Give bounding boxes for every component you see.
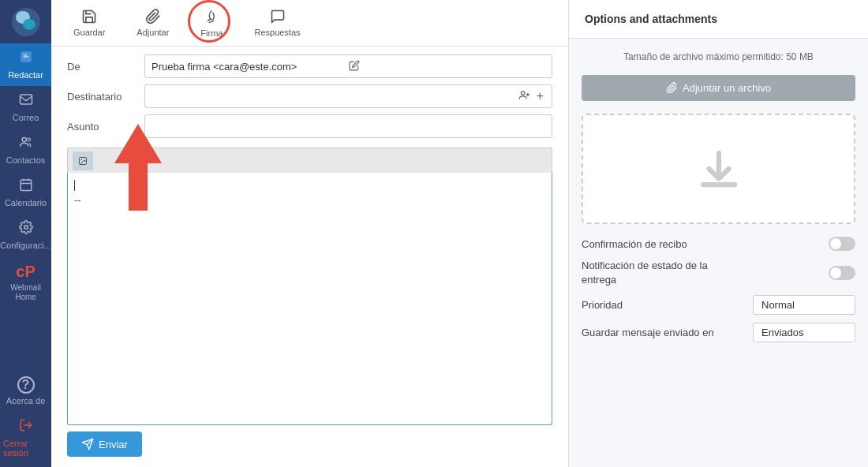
firma-button[interactable]: Firma (194, 5, 229, 41)
sidebar-item-label: WebmailHome (10, 283, 41, 302)
sidebar-item-logout[interactable]: Cerrar sesión (0, 412, 51, 464)
guardar-row: Guardar mensaje enviado en Enviados (582, 323, 855, 342)
sidebar-item-label: Contactos (6, 155, 46, 165)
right-panel: Options and attachments Tamaño de archiv… (568, 0, 868, 467)
svg-point-8 (24, 226, 28, 230)
confirmation-row: Confirmación de recibo (582, 237, 855, 251)
destinatario-field: + (144, 84, 552, 108)
svg-rect-4 (20, 95, 32, 104)
notification-toggle[interactable] (829, 266, 855, 280)
sidebar-item-label: Redactar (8, 70, 43, 80)
compose-form: De Prueba firma <cara@este.com> Destinat… (51, 47, 568, 467)
de-field: Prueba firma <cara@este.com> (144, 54, 552, 78)
guardar-label: Guardar mensaje enviado en (582, 327, 714, 338)
sidebar-item-redactar[interactable]: Redactar (0, 43, 51, 86)
de-row: De Prueba firma <cara@este.com> (67, 54, 552, 78)
de-value: Prueba firma <cara@este.com> (152, 61, 349, 73)
calendar-icon (19, 177, 33, 196)
send-button[interactable]: Enviar (67, 432, 142, 457)
contacts-icon (19, 135, 33, 153)
text-cursor (74, 180, 75, 191)
confirmation-toggle[interactable] (829, 237, 855, 251)
main-content: Guardar Adjuntar Firma (51, 0, 568, 467)
svg-point-5 (22, 137, 26, 141)
sidebar: Redactar Correo Contactos Calendario Con… (0, 0, 51, 467)
image-insert-button[interactable] (73, 151, 93, 170)
webmail-icon: cP (16, 263, 35, 281)
asunto-label: Asunto (67, 121, 138, 133)
adjuntar-label: Adjuntar (137, 28, 169, 37)
sidebar-item-contactos[interactable]: Contactos (0, 129, 51, 171)
svg-point-6 (27, 138, 30, 141)
svg-point-10 (521, 92, 524, 95)
respuestas-label: Respuestas (254, 28, 300, 37)
edit-icon (19, 50, 33, 68)
destinatario-row: Destinatario + (67, 84, 552, 108)
prioridad-row: Prioridad Normal (582, 295, 855, 315)
logout-icon (19, 418, 33, 436)
adjuntar-button[interactable]: Adjuntar (130, 6, 175, 40)
sidebar-item-label: Calendario (5, 198, 47, 207)
sidebar-logo (0, 0, 51, 43)
prioridad-value[interactable]: Normal (753, 295, 855, 315)
drop-zone[interactable] (582, 114, 855, 224)
sidebar-item-calendario[interactable]: Calendario (0, 171, 51, 214)
svg-point-2 (23, 19, 36, 30)
asunto-row: Asunto (67, 114, 552, 138)
paperclip-icon (145, 9, 161, 26)
options-section: Confirmación de recibo Notificación de e… (582, 237, 855, 342)
svg-rect-7 (21, 180, 32, 191)
plus-icon[interactable]: + (533, 88, 547, 105)
edit-from-icon[interactable] (349, 60, 546, 73)
signature-separator: -- (74, 194, 545, 206)
sidebar-item-webmail[interactable]: cP WebmailHome (0, 256, 51, 308)
right-panel-body: Tamaño de archivo máximo permitido: 50 M… (569, 39, 868, 467)
sidebar-item-label: Correo (13, 113, 39, 122)
sidebar-item-configuracion[interactable]: Configuraci... (0, 214, 51, 256)
sidebar-item-label: Configuraci... (0, 241, 51, 250)
file-size-text: Tamaño de archivo máximo permitido: 50 M… (582, 51, 855, 62)
save-icon (81, 9, 97, 26)
guardar-value[interactable]: Enviados (753, 323, 855, 342)
prioridad-label: Prioridad (582, 299, 623, 311)
email-body-editor[interactable]: -- (67, 173, 552, 425)
destinatario-label: Destinatario (67, 91, 138, 103)
chat-icon (270, 9, 286, 26)
sidebar-item-acerca[interactable]: ? Acerca de (0, 370, 51, 412)
guardar-button[interactable]: Guardar (67, 6, 111, 40)
logout-label: Cerrar sesión (3, 439, 48, 458)
info-icon: ? (17, 376, 35, 394)
add-contact-icon[interactable] (515, 88, 533, 105)
svg-point-14 (81, 159, 83, 160)
asunto-input[interactable] (144, 114, 552, 138)
toolbar: Guardar Adjuntar Firma (51, 0, 568, 47)
sidebar-item-correo[interactable]: Correo (0, 86, 51, 129)
attach-btn-label: Adjuntar un archivo (683, 82, 771, 94)
guardar-label: Guardar (73, 28, 105, 37)
firma-icon (203, 8, 220, 27)
respuestas-button[interactable]: Respuestas (248, 6, 306, 40)
notification-label: Notificación de estado de la entrega (582, 259, 724, 287)
right-panel-title: Options and attachments (569, 0, 868, 39)
attach-file-button[interactable]: Adjuntar un archivo (582, 75, 855, 101)
confirmation-label: Confirmación de recibo (582, 238, 687, 250)
notification-row: Notificación de estado de la entrega (582, 259, 855, 287)
sidebar-item-label: Acerca de (6, 396, 46, 405)
editor-toolbar (67, 148, 552, 173)
editor-wrap: -- (67, 148, 552, 425)
de-label: De (67, 61, 138, 73)
gear-icon (19, 220, 33, 238)
firma-label: Firma (200, 28, 223, 38)
download-icon (695, 145, 743, 192)
send-label: Enviar (99, 439, 128, 450)
mail-icon (19, 92, 33, 110)
destinatario-input[interactable] (150, 91, 515, 103)
